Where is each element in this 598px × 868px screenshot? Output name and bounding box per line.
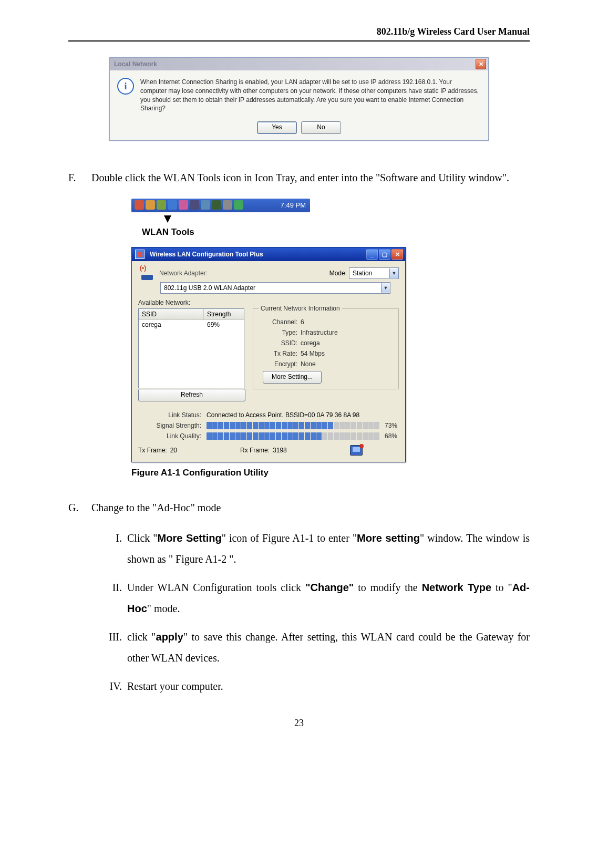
local-network-titlebar: Local Network ✕ xyxy=(110,58,488,70)
col-ssid: SSID xyxy=(139,309,204,319)
step-f-text: Double click the WLAN Tools icon in Icon… xyxy=(91,167,530,188)
close-icon[interactable]: ✕ xyxy=(391,249,403,260)
type-label: Type: xyxy=(263,329,301,336)
step-g-i: I. Click "More Setting" icon of Figure A… xyxy=(99,528,530,570)
channel-value: 6 xyxy=(301,318,304,326)
step-g-iii: III. click "apply" to save this change. … xyxy=(99,626,530,668)
step-g-text: Change to the "Ad-Hoc" mode xyxy=(91,497,530,518)
wlan-tools-caption: WLAN Tools xyxy=(142,227,530,237)
step-g-label: G. xyxy=(68,497,85,518)
bold: Network Type xyxy=(422,582,492,593)
signal-strength-pct: 73% xyxy=(385,422,411,429)
info-icon: i xyxy=(117,78,134,95)
txt: " mode. xyxy=(147,603,180,614)
mode-label: Mode: xyxy=(329,270,347,277)
type-value: Infrastructure xyxy=(301,329,338,336)
rxframe-label: Rx Frame: xyxy=(240,447,270,454)
step-g-iv-label: IV. xyxy=(99,676,122,697)
local-network-dialog: Local Network ✕ i When Internet Connecti… xyxy=(109,57,489,141)
computer-icon xyxy=(350,445,363,456)
list-item[interactable]: corega 69% xyxy=(139,320,244,329)
step-g-ii: II. Under WLAN Configuration tools click… xyxy=(99,577,530,619)
tray-icon xyxy=(223,200,232,210)
close-icon[interactable]: ✕ xyxy=(476,59,486,69)
antenna-icon xyxy=(138,266,154,280)
txt: click " xyxy=(127,631,156,643)
list-header: SSID Strength xyxy=(139,309,244,320)
maximize-icon[interactable]: ▢ xyxy=(379,249,390,260)
taskbar-clock: 7:49 PM xyxy=(281,199,306,212)
txt: Restart your computer. xyxy=(127,680,223,692)
figure-caption: Figure A1-1 Configuration Utility xyxy=(131,468,530,478)
tray-icon-wlan[interactable] xyxy=(179,200,188,210)
txt: " icon of Figure A1-1 to enter " xyxy=(222,532,357,544)
ssid-value: corega xyxy=(301,339,320,347)
link-quality-label: Link Quality: xyxy=(138,432,201,440)
tray-icon xyxy=(168,200,177,210)
txt: to " xyxy=(491,582,512,593)
signal-strength-label: Signal Strength: xyxy=(138,422,201,429)
local-network-message: When Internet Connection Sharing is enab… xyxy=(140,78,480,113)
bold: More Setting xyxy=(158,532,222,544)
bold: "Change" xyxy=(305,582,354,593)
txframe-value: 20 xyxy=(170,447,177,454)
txrate-label: Tx Rate: xyxy=(263,350,301,357)
refresh-button[interactable]: Refresh xyxy=(138,389,245,401)
step-f: F. Double click the WLAN Tools icon in I… xyxy=(68,167,530,188)
adapter-select[interactable]: 802.11g USB 2.0 WLAN Adapter ▼ xyxy=(160,282,390,294)
encrypt-value: None xyxy=(301,360,316,368)
minimize-icon[interactable]: _ xyxy=(366,249,378,260)
link-quality-bar xyxy=(207,432,379,440)
txrate-value: 54 Mbps xyxy=(301,350,325,357)
step-g-ii-label: II. xyxy=(99,577,122,619)
tray-icon xyxy=(157,200,166,210)
tray-icon xyxy=(135,200,144,210)
more-setting-button[interactable]: More Setting... xyxy=(263,371,322,384)
step-g-i-label: I. xyxy=(99,528,122,570)
no-button[interactable]: No xyxy=(301,121,341,134)
wlan-titlebar: Wireless LAN Configuration Tool Plus _ ▢… xyxy=(132,247,405,261)
mode-value: Station xyxy=(353,270,389,277)
txt: Under WLAN Configuration tools click xyxy=(127,582,305,593)
txt: Click " xyxy=(127,532,158,544)
current-network-group: Current Network Information Channel:6 Ty… xyxy=(253,308,399,389)
cell-ssid: corega xyxy=(142,321,207,328)
chevron-down-icon[interactable]: ▼ xyxy=(389,268,398,278)
adapter-value: 802.11g USB 2.0 WLAN Adapter xyxy=(164,284,381,292)
rxframe-value: 3198 xyxy=(273,447,287,454)
tray-icon xyxy=(190,200,199,210)
txframe-label: Tx Frame: xyxy=(138,447,167,454)
step-g-iii-label: III. xyxy=(99,626,122,668)
mode-select[interactable]: Station ▼ xyxy=(349,267,399,279)
wlan-title: Wireless LAN Configuration Tool Plus xyxy=(150,251,263,258)
tray-icon xyxy=(212,200,221,210)
txt: " to save this change. After setting, th… xyxy=(127,631,530,664)
page-header: 802.11b/g Wireless Card User Manual xyxy=(68,26,530,42)
network-adapter-label: Network Adapter: xyxy=(159,270,208,277)
step-g: G. Change to the "Ad-Hoc" mode xyxy=(68,497,530,518)
link-quality-pct: 68% xyxy=(385,432,411,440)
tray-icons xyxy=(135,200,243,210)
yes-button[interactable]: Yes xyxy=(257,121,297,134)
channel-label: Channel: xyxy=(263,318,301,326)
step-g-iv: IV. Restart your computer. xyxy=(99,676,530,697)
txt: to modify the xyxy=(354,582,421,593)
step-f-label: F. xyxy=(68,167,85,188)
available-network-list[interactable]: SSID Strength corega 69% Refresh xyxy=(138,308,244,388)
cell-strength: 69% xyxy=(207,321,241,328)
bold: More setting xyxy=(357,532,420,544)
encrypt-label: Encrypt: xyxy=(263,360,301,368)
arrow-down-icon xyxy=(164,215,171,223)
tray-icon xyxy=(201,200,210,210)
taskbar-tray: 7:49 PM xyxy=(131,199,310,212)
signal-strength-bar xyxy=(207,422,379,429)
bold: apply xyxy=(156,631,183,643)
tray-icon xyxy=(234,200,243,210)
page-number: 23 xyxy=(68,718,530,729)
chevron-down-icon[interactable]: ▼ xyxy=(381,283,390,293)
col-strength: Strength xyxy=(204,309,244,319)
wlan-config-window: Wireless LAN Configuration Tool Plus _ ▢… xyxy=(131,247,406,462)
link-status-label: Link Status: xyxy=(138,411,201,419)
current-network-title: Current Network Information xyxy=(259,305,342,312)
app-icon xyxy=(135,250,145,259)
